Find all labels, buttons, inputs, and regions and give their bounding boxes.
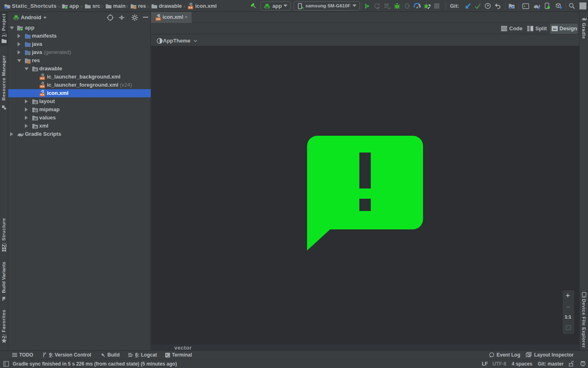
svg-text:<>: <>: [40, 93, 44, 96]
svg-text:<>: <>: [40, 85, 44, 88]
svg-text:<>: <>: [189, 6, 192, 9]
svg-text:<>: <>: [156, 17, 160, 21]
svg-text:<>: <>: [40, 76, 44, 80]
